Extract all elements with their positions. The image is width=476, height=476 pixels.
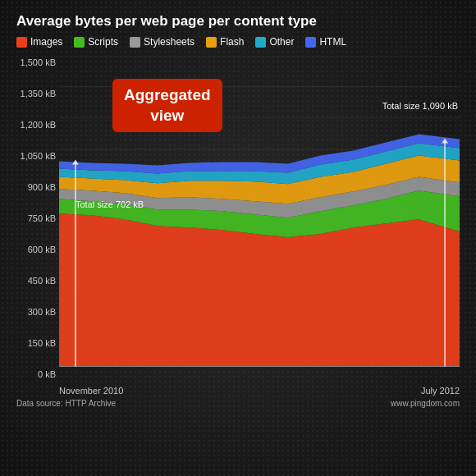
legend-label-other: Other <box>269 36 294 48</box>
legend-item-other: Other <box>255 36 294 48</box>
legend-color-scripts <box>74 37 85 48</box>
legend-color-flash <box>206 37 217 48</box>
legend-item-images: Images <box>16 36 62 48</box>
legend-label-images: Images <box>30 36 62 48</box>
aggregated-view-label: Aggregatedview <box>112 79 222 132</box>
legend: Images Scripts Stylesheets Flash Other H… <box>16 36 460 48</box>
legend-label-stylesheets: Stylesheets <box>144 36 195 48</box>
legend-label-scripts: Scripts <box>88 36 118 48</box>
total-size-end-label: Total size 1,090 kB <box>382 101 458 111</box>
x-axis-labels: November 2010 July 2012 <box>59 386 460 396</box>
legend-item-flash: Flash <box>206 36 244 48</box>
x-label-end: July 2012 <box>421 386 460 396</box>
legend-color-stylesheets <box>130 37 140 48</box>
total-size-start-label: Total size 702 kB <box>76 199 144 209</box>
svg-marker-12 <box>59 213 460 366</box>
main-container: Average bytes per web page per content t… <box>0 0 476 476</box>
chart-area: 1,500 kB 1,350 kB 1,200 kB 1,050 kB 900 … <box>16 56 460 396</box>
y-axis: 1,500 kB 1,350 kB 1,200 kB 1,050 kB 900 … <box>16 56 59 396</box>
legend-label-html: HTML <box>319 36 346 48</box>
legend-color-other <box>255 37 266 48</box>
footer-source: Data source: HTTP Archive <box>16 399 116 408</box>
legend-color-html <box>305 37 316 48</box>
x-label-start: November 2010 <box>59 386 123 396</box>
legend-item-html: HTML <box>305 36 346 48</box>
legend-color-images <box>16 37 27 48</box>
legend-item-scripts: Scripts <box>74 36 118 48</box>
chart-body: Total size 702 kB Total size 1,090 kB Ag… <box>59 56 460 396</box>
footer: Data source: HTTP Archive www.pingdom.co… <box>16 399 460 408</box>
legend-label-flash: Flash <box>220 36 244 48</box>
chart-title: Average bytes per web page per content t… <box>16 13 460 30</box>
footer-brand: www.pingdom.com <box>391 399 460 408</box>
legend-item-stylesheets: Stylesheets <box>130 36 195 48</box>
